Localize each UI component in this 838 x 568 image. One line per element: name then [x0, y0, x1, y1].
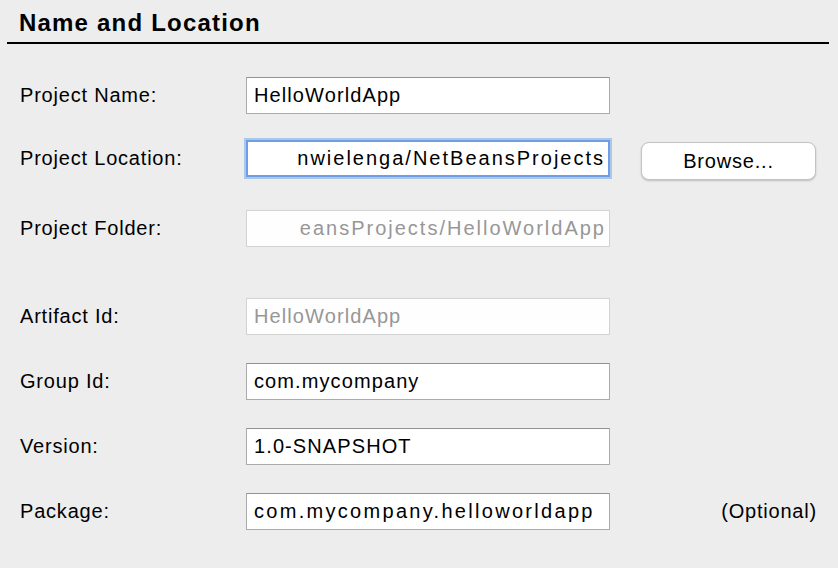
package-label: Package: — [20, 493, 110, 530]
package-input[interactable] — [246, 493, 610, 530]
group-id-label: Group Id: — [20, 363, 111, 400]
browse-button[interactable]: Browse... — [641, 142, 816, 180]
artifact-id-label: Artifact Id: — [20, 298, 120, 335]
project-folder-input — [246, 210, 610, 247]
version-input[interactable] — [246, 428, 610, 465]
artifact-id-row: Artifact Id: — [0, 298, 838, 335]
group-id-row: Group Id: — [0, 363, 838, 400]
project-location-input[interactable] — [246, 140, 610, 177]
name-and-location-panel: Name and Location Project Name: Project … — [0, 0, 838, 568]
version-row: Version: — [0, 428, 838, 465]
project-location-label: Project Location: — [20, 140, 183, 177]
project-name-row: Project Name: — [0, 77, 838, 114]
package-row: Package: — [0, 493, 838, 530]
page-title: Name and Location — [19, 9, 261, 37]
project-name-label: Project Name: — [20, 77, 157, 114]
title-underline — [7, 42, 829, 44]
artifact-id-input — [246, 298, 610, 335]
project-folder-label: Project Folder: — [20, 210, 162, 247]
version-label: Version: — [20, 428, 99, 465]
package-optional-note: (Optional) — [721, 493, 817, 530]
project-name-input[interactable] — [246, 77, 610, 114]
group-id-input[interactable] — [246, 363, 610, 400]
project-folder-row: Project Folder: — [0, 210, 838, 247]
